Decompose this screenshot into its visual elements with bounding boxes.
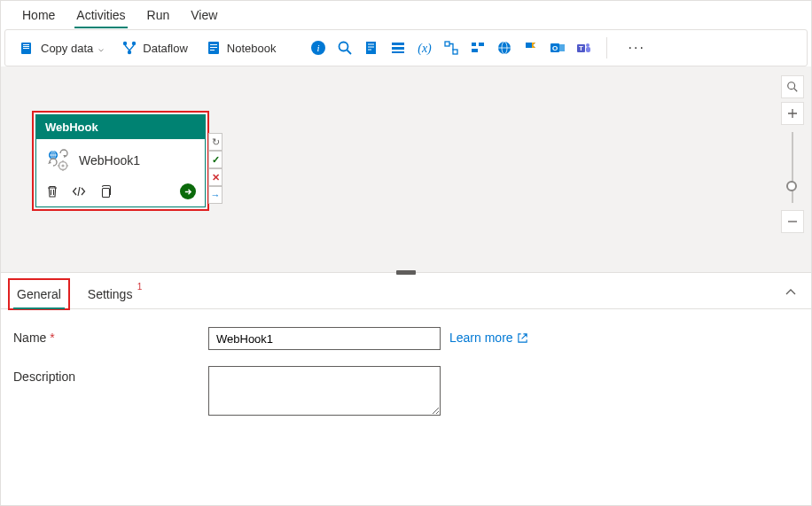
svg-rect-42: [62, 169, 63, 171]
properties-panel: General Settings 1 Name * Learn more: [1, 276, 811, 433]
notebook-icon: [206, 40, 222, 56]
toolbar-divider: [606, 37, 607, 58]
code-icon[interactable]: [72, 184, 86, 199]
general-form: Name * Learn more Description: [1, 309, 811, 433]
copy-data-icon: [20, 40, 35, 56]
svg-line-14: [347, 51, 351, 55]
top-menu-bar: Home Activities Run View: [1, 1, 811, 29]
teams-icon[interactable]: T: [576, 40, 592, 56]
outlook-icon[interactable]: O: [550, 40, 566, 56]
svg-point-40: [61, 164, 64, 167]
name-label: Name *: [13, 327, 208, 345]
zoom-slider-thumb[interactable]: [786, 181, 797, 191]
svg-rect-1: [23, 44, 29, 45]
globe-icon[interactable]: [496, 40, 512, 56]
zoom-slider-track[interactable]: [792, 132, 793, 203]
svg-rect-34: [586, 47, 590, 52]
svg-rect-3: [23, 48, 29, 49]
description-input[interactable]: [208, 366, 441, 416]
external-link-icon: [517, 332, 528, 344]
variable-icon[interactable]: (x): [417, 40, 433, 56]
skip-handle[interactable]: →: [208, 186, 223, 204]
svg-point-13: [339, 43, 347, 51]
dataflow-label: Dataflow: [143, 42, 188, 55]
activity-instance-name: WebHook1: [79, 153, 140, 167]
pipeline-canvas[interactable]: WebHook WebHook1 ↻ ✓ ✕ →: [1, 66, 811, 272]
notebook-label: Notebook: [227, 42, 277, 55]
webhook-icon: [45, 148, 70, 173]
copy-icon[interactable]: [98, 184, 113, 199]
name-input[interactable]: [208, 327, 441, 350]
canvas-controls: [781, 75, 804, 233]
svg-rect-23: [479, 43, 484, 46]
svg-point-33: [586, 43, 589, 47]
svg-rect-16: [392, 43, 404, 45]
chevron-down-icon: ⌵: [98, 43, 104, 53]
svg-rect-30: [559, 44, 565, 51]
svg-rect-43: [58, 165, 59, 166]
menu-home[interactable]: Home: [12, 3, 66, 27]
tab-settings[interactable]: Settings 1: [82, 282, 138, 307]
run-icon[interactable]: [180, 183, 196, 199]
delete-icon[interactable]: [45, 184, 59, 199]
svg-rect-15: [366, 42, 376, 54]
align-icon[interactable]: [470, 40, 486, 56]
svg-point-46: [788, 82, 795, 90]
activity-type-header: WebHook: [36, 115, 205, 139]
svg-point-6: [128, 51, 131, 54]
learn-more-link[interactable]: Learn more: [449, 327, 528, 345]
svg-rect-45: [103, 189, 110, 198]
dataflow-button[interactable]: Dataflow: [118, 36, 191, 59]
selected-activity-highlight: WebHook WebHook1 ↻ ✓ ✕ →: [32, 111, 209, 211]
menu-activities[interactable]: Activities: [66, 3, 136, 27]
svg-rect-9: [210, 47, 217, 48]
list-icon[interactable]: [390, 40, 406, 56]
panel-splitter[interactable]: [1, 272, 811, 276]
dataflow-icon: [121, 40, 137, 56]
menu-run[interactable]: Run: [137, 3, 181, 27]
zoom-in-icon[interactable]: [781, 102, 804, 125]
svg-line-47: [794, 89, 798, 92]
svg-rect-20: [445, 42, 449, 46]
svg-marker-38: [48, 161, 51, 164]
svg-rect-22: [472, 43, 476, 46]
svg-point-4: [123, 42, 127, 45]
svg-point-5: [132, 42, 136, 45]
dependency-handles: ↻ ✓ ✕ →: [208, 133, 223, 204]
webhook-activity-node[interactable]: WebHook WebHook1 ↻ ✓ ✕ →: [35, 114, 206, 207]
tab-general-highlight: General: [8, 278, 70, 310]
svg-rect-2: [23, 46, 29, 47]
canvas-search-icon[interactable]: [781, 75, 804, 98]
svg-rect-10: [210, 50, 215, 51]
svg-rect-21: [453, 50, 457, 54]
dependency-icon[interactable]: [443, 40, 459, 56]
tab-settings-badge: 1: [137, 282, 143, 292]
info-icon[interactable]: i: [310, 40, 326, 56]
svg-rect-18: [392, 51, 404, 53]
copy-data-label: Copy data: [41, 42, 93, 55]
failure-handle[interactable]: ✕: [208, 168, 223, 186]
script-icon[interactable]: [363, 40, 379, 56]
svg-rect-17: [392, 47, 404, 50]
properties-tabs: General Settings 1: [8, 278, 139, 310]
tab-general[interactable]: General: [12, 282, 66, 307]
svg-text:O: O: [551, 44, 557, 52]
retry-handle[interactable]: ↻: [208, 133, 223, 151]
flag-icon[interactable]: [523, 40, 539, 56]
notebook-button[interactable]: Notebook: [202, 36, 280, 59]
svg-text:T: T: [579, 44, 583, 52]
menu-view[interactable]: View: [180, 3, 228, 27]
tab-settings-label: Settings: [88, 287, 133, 301]
collapse-panel-icon[interactable]: [781, 283, 800, 305]
description-label: Description: [13, 366, 208, 384]
svg-text:(x): (x): [418, 42, 432, 56]
svg-rect-8: [210, 44, 217, 45]
copy-data-button[interactable]: Copy data ⌵: [16, 36, 107, 59]
search-icon[interactable]: [337, 40, 353, 56]
toolbar: Copy data ⌵ Dataflow Notebook i (x) O T …: [4, 29, 808, 66]
svg-rect-24: [472, 49, 478, 52]
zoom-out-icon[interactable]: [781, 210, 804, 233]
success-handle[interactable]: ✓: [208, 151, 223, 168]
more-icon[interactable]: ···: [621, 40, 652, 56]
svg-rect-41: [62, 160, 63, 162]
